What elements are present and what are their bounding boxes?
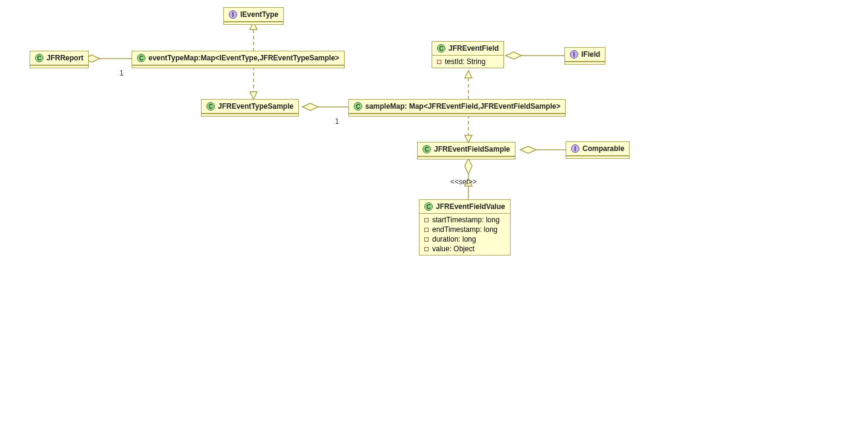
svg-marker-6	[250, 92, 257, 99]
class-jfreventfieldvalue: C JFREventFieldValue startTimestamp: lon…	[419, 199, 511, 255]
class-jfreventfieldsample: C JFREventFieldSample	[417, 142, 515, 159]
class-name: eventTypeMap:Map<IEventType,JFREventType…	[148, 54, 339, 62]
field-icon	[424, 237, 429, 242]
class-icon: C	[424, 202, 433, 211]
class-name: Comparable	[582, 144, 624, 153]
interface-icon: I	[570, 50, 578, 59]
field-label: duration: long	[432, 235, 476, 243]
field-label: startTimestamp: long	[432, 216, 500, 224]
class-name: IField	[581, 50, 600, 59]
class-samplemap: C sampleMap: Map<JFREventField,JFREventF…	[348, 99, 566, 117]
field-icon	[424, 247, 429, 251]
field-row: testId: String	[432, 57, 503, 66]
interface-comparable: I Comparable	[566, 141, 630, 159]
class-jfrreport: C JFRReport	[30, 51, 89, 68]
field-label: testId: String	[445, 57, 485, 66]
class-icon: C	[137, 54, 145, 62]
class-name: JFREventFieldValue	[436, 202, 505, 211]
svg-marker-18	[465, 158, 472, 174]
class-jfreventtypesample: C JFREventTypeSample	[201, 99, 299, 117]
svg-marker-11	[465, 71, 472, 78]
svg-text:1: 1	[120, 69, 124, 77]
svg-marker-16	[520, 146, 536, 153]
field-row: startTimestamp: long	[420, 215, 510, 225]
interface-icon: I	[571, 144, 579, 153]
field-row: duration: long	[420, 234, 510, 244]
class-name: sampleMap: Map<JFREventField,JFREventFie…	[365, 102, 560, 111]
class-icon: C	[206, 102, 215, 111]
field-icon	[424, 218, 429, 222]
svg-text:1: 1	[335, 117, 339, 126]
class-name: JFREventFieldSample	[434, 145, 510, 153]
class-icon: C	[423, 145, 431, 153]
interface-icon: I	[229, 10, 237, 19]
svg-text:<<set>>: <<set>>	[450, 178, 477, 186]
class-jfreventfield: C JFREventField testId: String	[432, 41, 504, 68]
field-icon	[437, 60, 441, 64]
field-label: endTimestamp: long	[432, 225, 497, 234]
class-name: JFREventField	[448, 44, 499, 53]
svg-marker-7	[302, 103, 318, 111]
class-name: JFRReport	[46, 54, 83, 62]
class-icon: C	[437, 44, 445, 53]
interface-ieventtype: I IEventType	[223, 7, 284, 25]
class-eventtypemap: C eventTypeMap:Map<IEventType,JFREventTy…	[132, 51, 345, 68]
field-row: value: Object	[420, 244, 510, 254]
field-icon	[424, 228, 429, 232]
class-name: IEventType	[240, 10, 278, 19]
class-name: JFREventTypeSample	[218, 102, 293, 111]
class-icon: C	[354, 102, 362, 111]
svg-marker-14	[506, 52, 522, 59]
field-row: endTimestamp: long	[420, 225, 510, 234]
field-label: value: Object	[432, 245, 474, 253]
class-icon: C	[35, 54, 43, 62]
interface-ifield: I IField	[564, 47, 605, 65]
